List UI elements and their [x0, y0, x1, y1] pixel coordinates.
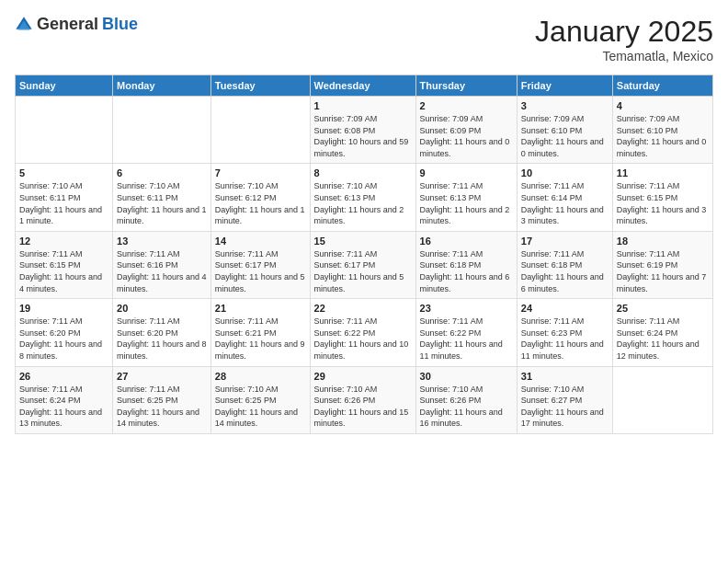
day-number: 29 — [314, 371, 412, 382]
weekday-header: Saturday — [612, 75, 712, 97]
calendar-cell — [113, 97, 211, 164]
day-info: Sunrise: 7:10 AMSunset: 6:26 PMDaylight:… — [314, 384, 412, 430]
day-info: Sunrise: 7:10 AMSunset: 6:11 PMDaylight:… — [19, 180, 108, 226]
day-number: 2 — [420, 100, 513, 111]
day-number: 3 — [521, 100, 609, 111]
calendar-week-row: 26Sunrise: 7:11 AMSunset: 6:24 PMDayligh… — [16, 366, 713, 433]
day-info: Sunrise: 7:11 AMSunset: 6:24 PMDaylight:… — [19, 384, 108, 430]
day-info: Sunrise: 7:10 AMSunset: 6:11 PMDaylight:… — [117, 180, 207, 226]
day-number: 4 — [617, 100, 709, 111]
day-info: Sunrise: 7:11 AMSunset: 6:20 PMDaylight:… — [19, 316, 108, 362]
day-info: Sunrise: 7:11 AMSunset: 6:17 PMDaylight:… — [314, 248, 412, 294]
day-number: 28 — [215, 371, 306, 382]
calendar-cell: 6Sunrise: 7:10 AMSunset: 6:11 PMDaylight… — [113, 164, 211, 231]
day-number: 8 — [314, 167, 412, 178]
calendar-week-row: 19Sunrise: 7:11 AMSunset: 6:20 PMDayligh… — [16, 299, 713, 366]
calendar-cell — [210, 97, 310, 164]
day-info: Sunrise: 7:11 AMSunset: 6:21 PMDaylight:… — [215, 316, 306, 362]
day-info: Sunrise: 7:09 AMSunset: 6:10 PMDaylight:… — [617, 113, 709, 159]
day-info: Sunrise: 7:11 AMSunset: 6:18 PMDaylight:… — [521, 248, 609, 294]
calendar-cell: 20Sunrise: 7:11 AMSunset: 6:20 PMDayligh… — [113, 299, 211, 366]
day-number: 13 — [117, 236, 207, 247]
day-number: 24 — [521, 303, 609, 314]
calendar-cell: 11Sunrise: 7:11 AMSunset: 6:15 PMDayligh… — [612, 164, 712, 231]
day-number: 26 — [19, 371, 108, 382]
calendar-cell: 2Sunrise: 7:09 AMSunset: 6:09 PMDaylight… — [415, 97, 517, 164]
day-number: 16 — [420, 236, 513, 247]
day-number: 7 — [215, 167, 306, 178]
day-info: Sunrise: 7:11 AMSunset: 6:13 PMDaylight:… — [420, 180, 513, 226]
calendar-week-row: 1Sunrise: 7:09 AMSunset: 6:08 PMDaylight… — [16, 97, 713, 164]
calendar-cell: 23Sunrise: 7:11 AMSunset: 6:22 PMDayligh… — [415, 299, 517, 366]
day-number: 19 — [19, 303, 108, 314]
day-number: 9 — [420, 167, 513, 178]
day-info: Sunrise: 7:11 AMSunset: 6:19 PMDaylight:… — [617, 248, 709, 294]
day-info: Sunrise: 7:09 AMSunset: 6:08 PMDaylight:… — [314, 113, 412, 159]
logo-icon — [15, 16, 33, 34]
calendar-cell: 29Sunrise: 7:10 AMSunset: 6:26 PMDayligh… — [310, 366, 415, 433]
weekday-header-row: SundayMondayTuesdayWednesdayThursdayFrid… — [16, 75, 713, 97]
calendar-cell — [16, 97, 113, 164]
calendar-cell: 28Sunrise: 7:10 AMSunset: 6:25 PMDayligh… — [210, 366, 310, 433]
day-number: 21 — [215, 303, 306, 314]
calendar-cell: 18Sunrise: 7:11 AMSunset: 6:19 PMDayligh… — [612, 231, 712, 298]
day-number: 15 — [314, 236, 412, 247]
calendar-cell: 9Sunrise: 7:11 AMSunset: 6:13 PMDaylight… — [415, 164, 517, 231]
day-number: 17 — [521, 236, 609, 247]
day-number: 6 — [117, 167, 207, 178]
calendar-cell: 4Sunrise: 7:09 AMSunset: 6:10 PMDaylight… — [612, 97, 712, 164]
day-number: 18 — [617, 236, 709, 247]
day-number: 1 — [314, 100, 412, 111]
day-number: 27 — [117, 371, 207, 382]
calendar-cell — [612, 366, 712, 433]
calendar-week-row: 12Sunrise: 7:11 AMSunset: 6:15 PMDayligh… — [16, 231, 713, 298]
logo-general-text: General — [37, 15, 98, 34]
day-info: Sunrise: 7:09 AMSunset: 6:09 PMDaylight:… — [420, 113, 513, 159]
calendar-cell: 13Sunrise: 7:11 AMSunset: 6:16 PMDayligh… — [113, 231, 211, 298]
day-info: Sunrise: 7:10 AMSunset: 6:27 PMDaylight:… — [521, 384, 609, 430]
calendar-cell: 25Sunrise: 7:11 AMSunset: 6:24 PMDayligh… — [612, 299, 712, 366]
day-info: Sunrise: 7:10 AMSunset: 6:12 PMDaylight:… — [215, 180, 306, 226]
weekday-header: Thursday — [415, 75, 517, 97]
calendar-cell: 31Sunrise: 7:10 AMSunset: 6:27 PMDayligh… — [517, 366, 612, 433]
weekday-header: Friday — [517, 75, 612, 97]
day-number: 11 — [617, 167, 709, 178]
calendar-cell: 3Sunrise: 7:09 AMSunset: 6:10 PMDaylight… — [517, 97, 612, 164]
day-number: 12 — [19, 236, 108, 247]
weekday-header: Wednesday — [310, 75, 415, 97]
day-info: Sunrise: 7:11 AMSunset: 6:22 PMDaylight:… — [420, 316, 513, 362]
day-info: Sunrise: 7:09 AMSunset: 6:10 PMDaylight:… — [521, 113, 609, 159]
calendar-cell: 24Sunrise: 7:11 AMSunset: 6:23 PMDayligh… — [517, 299, 612, 366]
location-title: Temamatla, Mexico — [535, 49, 713, 63]
day-number: 10 — [521, 167, 609, 178]
calendar-cell: 16Sunrise: 7:11 AMSunset: 6:18 PMDayligh… — [415, 231, 517, 298]
weekday-header: Sunday — [16, 75, 113, 97]
logo: GeneralBlue — [15, 15, 138, 34]
page-header: GeneralBlue January 2025 Temamatla, Mexi… — [15, 15, 713, 63]
day-number: 23 — [420, 303, 513, 314]
title-block: January 2025 Temamatla, Mexico — [535, 15, 713, 63]
calendar-cell: 17Sunrise: 7:11 AMSunset: 6:18 PMDayligh… — [517, 231, 612, 298]
weekday-header: Monday — [113, 75, 211, 97]
calendar-week-row: 5Sunrise: 7:10 AMSunset: 6:11 PMDaylight… — [16, 164, 713, 231]
day-info: Sunrise: 7:11 AMSunset: 6:23 PMDaylight:… — [521, 316, 609, 362]
day-info: Sunrise: 7:10 AMSunset: 6:26 PMDaylight:… — [420, 384, 513, 430]
day-info: Sunrise: 7:11 AMSunset: 6:25 PMDaylight:… — [117, 384, 207, 430]
day-info: Sunrise: 7:11 AMSunset: 6:15 PMDaylight:… — [617, 180, 709, 226]
day-info: Sunrise: 7:11 AMSunset: 6:18 PMDaylight:… — [420, 248, 513, 294]
day-info: Sunrise: 7:11 AMSunset: 6:15 PMDaylight:… — [19, 248, 108, 294]
calendar-cell: 26Sunrise: 7:11 AMSunset: 6:24 PMDayligh… — [16, 366, 113, 433]
calendar-cell: 10Sunrise: 7:11 AMSunset: 6:14 PMDayligh… — [517, 164, 612, 231]
calendar-cell: 30Sunrise: 7:10 AMSunset: 6:26 PMDayligh… — [415, 366, 517, 433]
day-info: Sunrise: 7:10 AMSunset: 6:13 PMDaylight:… — [314, 180, 412, 226]
day-info: Sunrise: 7:11 AMSunset: 6:20 PMDaylight:… — [117, 316, 207, 362]
calendar-cell: 5Sunrise: 7:10 AMSunset: 6:11 PMDaylight… — [16, 164, 113, 231]
weekday-header: Tuesday — [210, 75, 310, 97]
day-info: Sunrise: 7:11 AMSunset: 6:14 PMDaylight:… — [521, 180, 609, 226]
calendar-cell: 1Sunrise: 7:09 AMSunset: 6:08 PMDaylight… — [310, 97, 415, 164]
day-info: Sunrise: 7:11 AMSunset: 6:24 PMDaylight:… — [617, 316, 709, 362]
month-title: January 2025 — [535, 15, 713, 49]
calendar-cell: 27Sunrise: 7:11 AMSunset: 6:25 PMDayligh… — [113, 366, 211, 433]
calendar-cell: 19Sunrise: 7:11 AMSunset: 6:20 PMDayligh… — [16, 299, 113, 366]
calendar-cell: 15Sunrise: 7:11 AMSunset: 6:17 PMDayligh… — [310, 231, 415, 298]
